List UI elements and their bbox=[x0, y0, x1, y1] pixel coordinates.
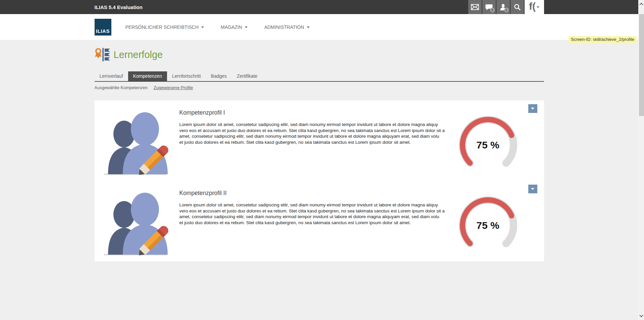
subtab-zugewiesene-profile[interactable]: Zugewiesene Profile bbox=[154, 85, 193, 90]
nav-personal-desktop[interactable]: PERSÖNLICHER SCHREIBTISCH bbox=[121, 22, 208, 33]
page-content: ILIAS 5.4 Evaluation 3 bbox=[0, 0, 638, 320]
text-line: et justo duo dolores et ea rebum. Stet c… bbox=[179, 220, 454, 226]
top-bar: ILIAS 5.4 Evaluation 3 bbox=[0, 0, 638, 14]
profile-image bbox=[102, 187, 171, 256]
client-logo: f( bbox=[529, 1, 536, 11]
profiles-panel: Kompetenzprofil I Lorem ipsum dolor sit … bbox=[95, 101, 544, 261]
chat-button[interactable]: 3 bbox=[482, 0, 496, 14]
gauge-value: 75 % bbox=[456, 113, 520, 177]
chevron-down-icon bbox=[201, 26, 204, 28]
text-line: amet, consetetur sadipscing elitr, sed d… bbox=[179, 214, 454, 220]
tab-lernverlauf[interactable]: Lernverlauf bbox=[95, 71, 128, 81]
scroll-down-icon[interactable] bbox=[639, 313, 643, 317]
topbar-icon-group: 3 1 f( bbox=[468, 0, 544, 14]
text-line: amet, consetetur sadipscing elitr, sed d… bbox=[179, 133, 454, 139]
text-line: et justo duo dolores et ea rebum. Stet c… bbox=[179, 139, 454, 145]
nav-label: MAGAZIN bbox=[221, 24, 242, 30]
subtab-ausgewaehlte-kompetenzen[interactable]: Ausgewählte Kompetenzen bbox=[95, 85, 148, 90]
text-line: vero eos et accusam et justo duo dolores… bbox=[179, 128, 454, 134]
main-nav: PERSÖNLICHER SCHREIBTISCH MAGAZIN ADMINI… bbox=[121, 22, 314, 33]
card-actions-dropdown[interactable] bbox=[528, 185, 537, 193]
text-line: Lorem ipsum dolor sit amet, consetetur s… bbox=[179, 202, 454, 208]
gauge-value: 75 % bbox=[456, 194, 520, 257]
competence-profile-card: Kompetenzprofil I Lorem ipsum dolor sit … bbox=[95, 101, 544, 181]
client-logo-button[interactable]: f( bbox=[525, 0, 544, 14]
scroll-up-icon[interactable] bbox=[639, 3, 643, 6]
chevron-down-icon bbox=[531, 108, 534, 110]
text-line: Lorem ipsum dolor sit amet, consetetur s… bbox=[179, 122, 454, 128]
progress-gauge: 75 % bbox=[456, 194, 520, 257]
profile-title: Kompetenzprofil II bbox=[179, 190, 454, 197]
nav-label: PERSÖNLICHER SCHREIBTISCH bbox=[125, 24, 199, 30]
ilias-logo[interactable]: ILIAS bbox=[95, 19, 111, 36]
chat-badge: 3 bbox=[490, 8, 495, 12]
nav-administration[interactable]: ADMINISTRATION bbox=[260, 22, 314, 33]
profile-description: Lorem ipsum dolor sit amet, consetetur s… bbox=[179, 202, 454, 226]
user-button[interactable]: 1 bbox=[496, 0, 510, 14]
profile-title: Kompetenzprofil I bbox=[179, 109, 454, 116]
main-content: Lernerfolge Lernverlauf Kompetenzen Lern… bbox=[95, 47, 544, 261]
main-header: ILIAS PERSÖNLICHER SCHREIBTISCH MAGAZIN … bbox=[0, 14, 638, 40]
app-title: ILIAS 5.4 Evaluation bbox=[95, 4, 143, 10]
user-badge: 1 bbox=[504, 8, 509, 12]
search-icon bbox=[514, 4, 521, 10]
text-line: vero eos et accusam et justo duo dolores… bbox=[179, 208, 454, 214]
achievements-icon bbox=[95, 47, 110, 62]
chevron-down-icon bbox=[307, 26, 310, 28]
vertical-scrollbar[interactable] bbox=[638, 0, 644, 320]
tab-badges[interactable]: Badges bbox=[206, 71, 232, 81]
search-button[interactable] bbox=[511, 0, 524, 14]
tab-kompetenzen[interactable]: Kompetenzen bbox=[128, 71, 167, 81]
tab-lernfortschritt[interactable]: Lernfortschritt bbox=[167, 71, 206, 81]
nav-repository[interactable]: MAGAZIN bbox=[217, 22, 252, 33]
mail-icon bbox=[471, 4, 479, 10]
chevron-down-icon bbox=[245, 26, 248, 28]
card-actions-dropdown[interactable] bbox=[528, 104, 537, 113]
screen-id-badge: Screen-ID: skill/achieve_2/profile bbox=[569, 36, 637, 43]
scrollbar-thumb[interactable] bbox=[639, 14, 644, 116]
profile-description: Lorem ipsum dolor sit amet, consetetur s… bbox=[179, 122, 454, 145]
nav-label: ADMINISTRATION bbox=[264, 24, 304, 30]
mail-button[interactable] bbox=[468, 0, 482, 14]
progress-gauge: 75 % bbox=[456, 113, 520, 177]
subtab-bar: Ausgewählte Kompetenzen Zugewiesene Prof… bbox=[95, 85, 544, 90]
tab-zertifikate[interactable]: Zertifikate bbox=[232, 71, 262, 81]
chevron-down-icon bbox=[531, 188, 534, 190]
competence-profile-card: Kompetenzprofil II Lorem ipsum dolor sit… bbox=[95, 181, 544, 261]
profile-image bbox=[102, 107, 171, 176]
page-title: Lernerfolge bbox=[114, 49, 163, 60]
chevron-down-icon bbox=[537, 6, 539, 8]
tab-bar: Lernverlauf Kompetenzen Lernfortschritt … bbox=[95, 71, 544, 82]
